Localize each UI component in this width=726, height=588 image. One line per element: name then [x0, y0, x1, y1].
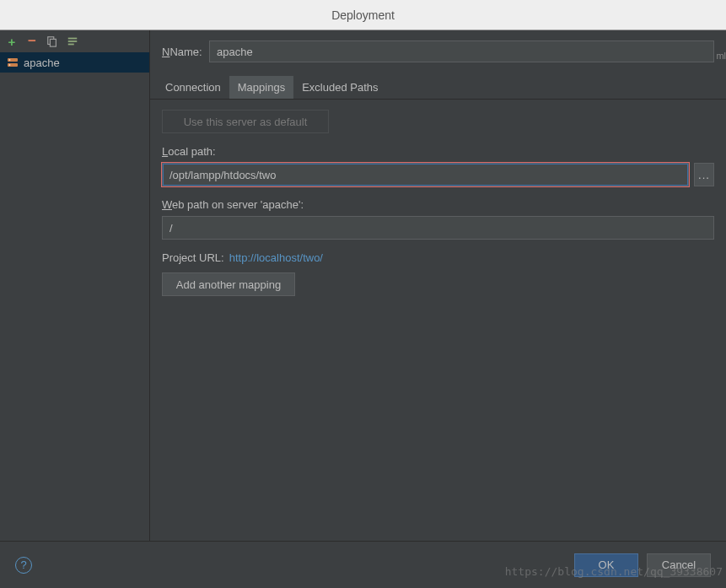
copy-icon[interactable] [46, 35, 59, 48]
svg-rect-3 [68, 40, 78, 42]
left-panel: + − apache [0, 30, 150, 541]
local-path-label: Local path: [162, 145, 714, 158]
svg-point-8 [9, 64, 11, 66]
cancel-button[interactable]: Cancel [647, 553, 711, 577]
toolbar: + − [0, 30, 149, 52]
edit-icon[interactable] [66, 35, 79, 48]
web-path-input[interactable] [162, 216, 714, 240]
svg-point-7 [9, 59, 11, 61]
name-row: NName: [162, 39, 714, 64]
tab-mappings[interactable]: Mappings [229, 76, 293, 99]
ok-button[interactable]: OK [574, 553, 638, 577]
svg-rect-4 [68, 44, 74, 46]
web-path-label: Web path on server 'apache': [162, 198, 714, 211]
name-label: NName: [162, 46, 201, 58]
svg-rect-2 [68, 38, 78, 40]
sidebar-item-apache[interactable]: apache [0, 52, 149, 73]
remove-icon[interactable]: − [25, 35, 39, 48]
window-title: Deployment [331, 8, 395, 22]
project-url-label: Project URL: [162, 251, 224, 264]
tabs: Connection Mappings Excluded Paths [150, 76, 726, 100]
name-input[interactable] [209, 40, 714, 62]
add-icon[interactable]: + [5, 35, 19, 48]
server-list: apache [0, 52, 149, 541]
mappings-content: Use this server as default Local path: .… [162, 100, 714, 296]
project-url-link[interactable]: http://localhost/two/ [229, 251, 323, 264]
help-icon[interactable]: ? [15, 557, 32, 574]
browse-local-path-button[interactable]: ... [694, 163, 714, 186]
titlebar: Deployment [0, 0, 726, 30]
svg-rect-1 [50, 39, 56, 46]
add-mapping-button[interactable]: Add another mapping [162, 272, 295, 296]
footer: ? OK Cancel [0, 541, 726, 588]
use-as-default-button: Use this server as default [162, 110, 329, 133]
right-edge-text: ml [716, 51, 726, 61]
tab-excluded-paths[interactable]: Excluded Paths [293, 76, 386, 99]
server-icon [7, 57, 19, 68]
project-url-row: Project URL: http://localhost/two/ [162, 251, 714, 264]
local-path-input[interactable] [162, 163, 689, 186]
sidebar-item-label: apache [24, 57, 60, 69]
tab-connection[interactable]: Connection [157, 76, 229, 99]
right-panel: NName: Connection Mappings Excluded Path… [150, 30, 726, 541]
